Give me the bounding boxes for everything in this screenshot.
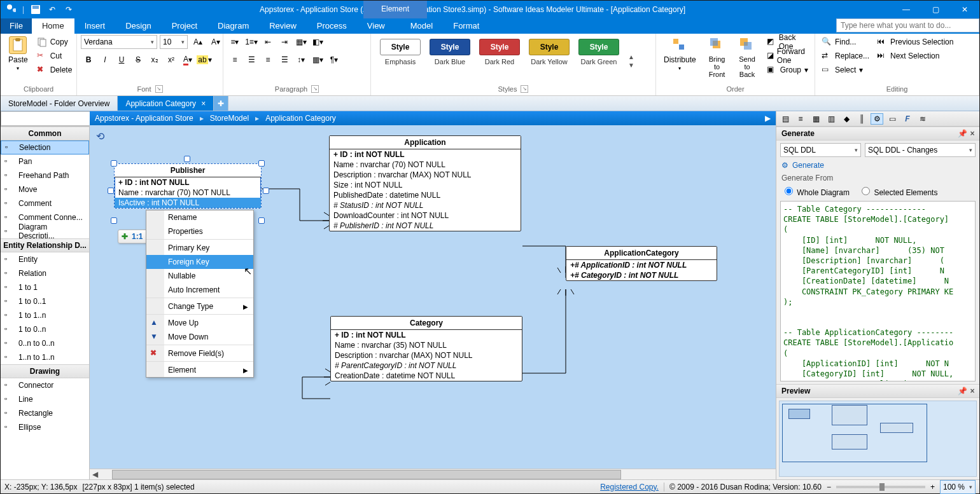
file-menu[interactable]: File — [1, 18, 32, 34]
entity-category[interactable]: Category + ID : int NOT NULL Name : nvar… — [330, 316, 522, 381]
ctx-auto-increment[interactable]: Auto Increment — [146, 283, 253, 298]
ctx-element[interactable]: Element▶ — [146, 363, 253, 377]
linespacing-button[interactable]: ↕▾ — [293, 53, 309, 67]
italic-button[interactable]: I — [97, 53, 113, 67]
tool-move[interactable]: ▫Move — [1, 182, 89, 196]
superscript-button[interactable]: x² — [164, 53, 179, 67]
maximize-button[interactable]: ▢ — [921, 1, 950, 18]
copy-button[interactable]: Copy — [34, 35, 75, 49]
group-drawing[interactable]: Drawing — [1, 364, 89, 378]
tool-rectangle[interactable]: ▫Rectangle — [1, 406, 89, 420]
add-icon[interactable]: ✚ — [122, 232, 128, 241]
tool-1-to-1-n[interactable]: ▫1 to 1..n — [1, 308, 89, 322]
align-right-button[interactable]: ≡ — [260, 53, 276, 67]
font-size-combo[interactable]: 10▾ — [160, 35, 188, 49]
sideicon-8[interactable]: ▭ — [886, 113, 899, 125]
crumb-diagram[interactable]: Application Category — [265, 114, 336, 123]
bring-to-front-button[interactable]: Bring to Front — [704, 35, 731, 79]
tool-comment[interactable]: ▫Comment — [1, 196, 89, 210]
zoom-combo[interactable]: 100 %▾ — [940, 480, 976, 494]
styles-launcher[interactable]: ↘ — [521, 85, 528, 93]
close-tab-icon[interactable]: × — [201, 99, 206, 108]
ctx-nullable[interactable]: Nullable — [146, 269, 253, 283]
ctx-move-up[interactable]: ▲Move Up — [146, 316, 253, 330]
preview-canvas[interactable] — [779, 401, 977, 477]
decrease-font-icon[interactable]: A▾ — [208, 35, 223, 49]
radio-selected-elements[interactable]: Selected Elements — [858, 185, 937, 197]
save-icon[interactable] — [31, 4, 41, 15]
font-family-combo[interactable]: Verdana▾ — [81, 35, 157, 49]
tab-insert[interactable]: Insert — [74, 18, 116, 34]
preview-close-icon[interactable]: × — [968, 387, 977, 395]
previous-selection-button[interactable]: ⏮Previous Selection — [874, 35, 956, 49]
tool-pan[interactable]: ▫Pan — [1, 154, 89, 168]
tool-ellipse[interactable]: ▫Ellipse — [1, 420, 89, 434]
undo-icon[interactable]: ↶ — [47, 4, 57, 15]
crumb-root[interactable]: Appstorex - Application Store — [95, 114, 193, 123]
ctx-remove-field-s-[interactable]: ✖Remove Field(s) — [146, 346, 253, 362]
zoom-out-icon[interactable]: − — [827, 483, 831, 491]
tool-entity[interactable]: ▫Entity — [1, 252, 89, 266]
borders-button[interactable]: ▦▾ — [293, 35, 309, 49]
font-launcher[interactable]: ↘ — [155, 85, 163, 93]
tool-relation[interactable]: ▫Relation — [1, 266, 89, 280]
group-button[interactable]: ▣Group ▾ — [764, 63, 811, 77]
generated-sql-box[interactable]: -- Table Category ------------- CREATE T… — [780, 201, 976, 381]
sideicon-10[interactable]: ≋ — [916, 113, 929, 125]
group-erd[interactable]: Entity Relationship D... — [1, 238, 89, 252]
align-center-button[interactable]: ☰ — [244, 53, 259, 67]
ctx-foreign-key[interactable]: Foreign Key — [146, 255, 253, 269]
tab-format[interactable]: Format — [443, 18, 489, 34]
zoom-in-icon[interactable]: + — [930, 483, 935, 491]
tool-1-to-1[interactable]: ▫1 to 1 — [1, 280, 89, 294]
preview-pin-icon[interactable]: 📌 — [958, 387, 967, 395]
tab-process[interactable]: Process — [307, 18, 357, 34]
strike-button[interactable]: S — [130, 53, 146, 67]
align-justify-button[interactable]: ☰ — [277, 53, 292, 67]
close-button[interactable]: ✕ — [950, 1, 979, 18]
align-left-button[interactable]: ≡ — [227, 53, 242, 67]
highlight-button[interactable]: ab▾ — [197, 53, 212, 67]
sideicon-generate[interactable]: ⚙ — [871, 113, 883, 125]
entity-publisher[interactable]: Publisher + ID : int NOT NULL Name : nva… — [114, 163, 262, 209]
add-tab-button[interactable]: ✚ — [214, 96, 228, 111]
indent-inc-button[interactable]: ⇥ — [277, 35, 292, 49]
fill-button[interactable]: ◧▾ — [310, 35, 325, 49]
tab-home[interactable]: Home — [32, 18, 74, 34]
tool-1-to-0-1[interactable]: ▫1 to 0..1 — [1, 294, 89, 308]
tab-model[interactable]: Model — [400, 18, 443, 34]
sideicon-1[interactable]: ▤ — [779, 113, 792, 125]
group-common[interactable]: Common — [1, 127, 89, 141]
minimize-button[interactable]: — — [892, 1, 921, 18]
tool-selection[interactable]: ▫Selection — [1, 141, 89, 154]
generate-link[interactable]: ⚙Generate — [776, 160, 979, 171]
tool-1-to-0-n[interactable]: ▫1 to 0..n — [1, 322, 89, 336]
cut-button[interactable]: ✂Cut — [34, 49, 75, 63]
cardinality-label[interactable]: 1:1 — [132, 232, 143, 241]
indent-dec-button[interactable]: ⇤ — [260, 35, 276, 49]
tab-project[interactable]: Project — [162, 18, 207, 34]
sideicon-9[interactable]: F — [901, 113, 914, 125]
ctx-move-down[interactable]: ▼Move Down — [146, 330, 253, 345]
horizontal-scrollbar[interactable]: ◀ — [90, 469, 776, 479]
tool-connector[interactable]: ▫Connector — [1, 378, 89, 392]
radio-whole-diagram[interactable]: Whole Diagram — [781, 185, 850, 197]
field-isactive-selected[interactable]: IsActive : int NOT NULL — [115, 198, 261, 208]
entity-application[interactable]: Application + ID : int NOT NULL Name : n… — [329, 135, 521, 231]
tab-design[interactable]: Design — [115, 18, 161, 34]
sideicon-5[interactable]: ◆ — [840, 113, 853, 125]
numbering-button[interactable]: 1≡▾ — [244, 35, 259, 49]
tool-0-n-to-0-n[interactable]: ▫0..n to 0..n — [1, 336, 89, 350]
select-button[interactable]: ▭Select ▾ — [819, 63, 872, 77]
registered-link[interactable]: Registered Copy. — [600, 483, 659, 491]
zoom-slider[interactable] — [836, 486, 925, 488]
distribute-button[interactable]: Distribute▾ — [660, 35, 700, 72]
send-to-back-button[interactable]: Send to Back — [734, 35, 760, 79]
crumb-model[interactable]: StoreModel — [210, 114, 249, 123]
sideicon-4[interactable]: ▥ — [825, 113, 837, 125]
style-dark-yellow[interactable]: StyleDark Yellow — [529, 39, 570, 65]
sideicon-6[interactable]: ║ — [855, 113, 868, 125]
forward-one-button[interactable]: ◪Forward One — [764, 49, 811, 63]
paragraph-misc-button[interactable]: ¶▾ — [326, 53, 342, 67]
bullets-button[interactable]: ≡▾ — [227, 35, 242, 49]
